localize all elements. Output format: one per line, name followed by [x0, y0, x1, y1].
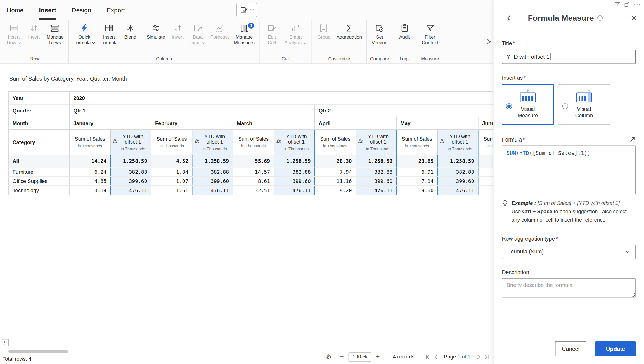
pivot-cell[interactable]: 399.60: [192, 177, 233, 186]
title-input[interactable]: YTD with offset 1: [502, 50, 636, 64]
pivot-cell[interactable]: 476.11: [192, 186, 233, 195]
pivot-cell[interactable]: 1.84: [151, 167, 192, 177]
ribbon-overflow-button[interactable]: [484, 29, 493, 54]
pivot-cell[interactable]: 476.11: [356, 186, 397, 195]
row-aggregation-select[interactable]: Formula (Sum): [502, 245, 636, 259]
pivot-cell[interactable]: 14.57: [233, 167, 274, 177]
filter-context-button[interactable]: FilterContext: [419, 23, 441, 46]
pivot-cell[interactable]: [478, 177, 493, 186]
pivot-cell[interactable]: 1,258.59: [192, 155, 233, 167]
row-label[interactable]: Office Supplies: [9, 177, 70, 186]
zoom-in-button[interactable]: +: [374, 353, 381, 361]
measure-header-selected[interactable]: fxYTD with offset 1in Thousands: [274, 130, 315, 155]
month-value[interactable]: April: [315, 117, 397, 130]
pivot-cell[interactable]: 1,258.59: [110, 155, 151, 167]
row-label[interactable]: Furniture: [9, 167, 70, 177]
pivot-cell[interactable]: 476.11: [110, 186, 151, 195]
expand-formula-icon[interactable]: [629, 137, 636, 143]
cancel-button[interactable]: Cancel: [555, 341, 586, 356]
month-value[interactable]: June: [478, 117, 493, 130]
audit-button[interactable]: Audit: [395, 23, 415, 46]
measure-header-selected[interactable]: fxYTD with offset 1in Thousands: [356, 130, 397, 155]
month-value[interactable]: February: [151, 117, 233, 130]
more-options-icon[interactable]: ⋯: [634, 2, 640, 7]
pivot-cell[interactable]: 55.69: [233, 155, 274, 167]
pivot-cell[interactable]: 3.14: [69, 186, 110, 195]
measure-header-selected[interactable]: fxYTD with offset 1in Thousands: [110, 130, 151, 155]
pivot-cell[interactable]: 382.88: [274, 167, 315, 177]
back-button[interactable]: [505, 14, 513, 22]
pivot-cell[interactable]: 399.60: [437, 177, 478, 186]
measure-header[interactable]: Sum of Salesin Thousands: [69, 130, 110, 155]
pivot-cell[interactable]: 8.61: [233, 177, 274, 186]
pivot-cell[interactable]: 32.51: [233, 186, 274, 195]
pivot-cell[interactable]: 6.24: [69, 167, 110, 177]
pivot-cell[interactable]: 382.88: [356, 167, 397, 177]
pivot-cell[interactable]: 382.88: [110, 167, 151, 177]
pivot-cell[interactable]: [478, 186, 493, 195]
pivot-cell[interactable]: 14.24: [69, 155, 110, 167]
tab-insert[interactable]: Insert: [39, 0, 56, 20]
formula-editor[interactable]: SUM(YTD([Sum of Sales],1)): [502, 146, 636, 194]
next-page-icon[interactable]: [476, 354, 482, 360]
option-visual-column[interactable]: Visual Column: [558, 84, 610, 125]
pivot-cell[interactable]: 1,258.59: [437, 155, 478, 167]
pivot-cell[interactable]: 9.60: [396, 186, 437, 195]
pivot-cell[interactable]: 399.60: [110, 177, 151, 186]
blend-button[interactable]: Blend: [120, 23, 140, 46]
pivot-cell[interactable]: 11.16: [315, 177, 356, 186]
pivot-cell[interactable]: 399.60: [274, 177, 315, 186]
measure-header[interactable]: Sum of Salesin Thousands: [396, 130, 437, 155]
pivot-cell[interactable]: 6.91: [396, 167, 437, 177]
pivot-cell[interactable]: 1,258.59: [274, 155, 315, 167]
month-value[interactable]: March: [233, 117, 315, 130]
month-value[interactable]: May: [396, 117, 478, 130]
previous-page-icon[interactable]: [433, 354, 439, 360]
filter-icon[interactable]: [615, 2, 620, 7]
measure-header-selected[interactable]: fxYTD with offset 1in Thousands: [437, 130, 478, 155]
zoom-out-button[interactable]: −: [338, 353, 345, 361]
simulate-button[interactable]: Simulate: [144, 23, 168, 46]
settings-icon[interactable]: ⚙: [326, 353, 332, 361]
year-value[interactable]: 2020: [69, 92, 493, 104]
tab-home[interactable]: Home: [7, 0, 23, 20]
pivot-cell[interactable]: 476.11: [274, 186, 315, 195]
pivot-cell[interactable]: 382.88: [437, 167, 478, 177]
measure-header[interactable]: Sum of Salesin Thousands: [151, 130, 192, 155]
aggregation-button[interactable]: Aggregation: [334, 23, 364, 46]
first-page-icon[interactable]: [425, 354, 430, 360]
radio-unselected-icon[interactable]: [562, 103, 568, 109]
tab-design[interactable]: Design: [72, 0, 91, 20]
zoom-level[interactable]: 100 %: [348, 352, 371, 362]
pivot-cell[interactable]: 7.14: [396, 177, 437, 186]
pivot-cell[interactable]: 1,258.59: [356, 155, 397, 167]
edit-mode-button[interactable]: [236, 3, 257, 17]
option-visual-measure[interactable]: Visual Measure: [502, 84, 554, 125]
quarter-value[interactable]: Qtr 1: [69, 104, 315, 117]
month-value[interactable]: January: [69, 117, 151, 130]
pivot-cell[interactable]: 4.52: [151, 155, 192, 167]
quick-formula-button[interactable]: QuickFormula: [71, 23, 98, 46]
measure-header[interactable]: Sum of Salesin Thousands: [315, 130, 356, 155]
focus-mode-icon[interactable]: [624, 2, 630, 7]
pivot-cell[interactable]: [478, 155, 493, 167]
info-icon[interactable]: [597, 15, 603, 21]
pivot-cell[interactable]: 382.88: [192, 167, 233, 177]
manage-rows-button[interactable]: ManageRows: [44, 23, 66, 46]
last-page-icon[interactable]: [484, 354, 490, 360]
row-label[interactable]: All: [9, 155, 70, 167]
pivot-cell[interactable]: 23.65: [396, 155, 437, 167]
pivot-cell[interactable]: 476.11: [437, 186, 478, 195]
manage-measures-button[interactable]: 1 ManageMeasures: [231, 23, 257, 46]
measure-header[interactable]: Sum of Salesin Thousands: [478, 130, 493, 155]
pivot-cell[interactable]: 399.60: [356, 177, 397, 186]
update-button[interactable]: Update: [595, 341, 636, 356]
description-input[interactable]: [502, 278, 636, 297]
pivot-cell[interactable]: 28.30: [315, 155, 356, 167]
pivot-cell[interactable]: 1.07: [151, 177, 192, 186]
drag-handle[interactable]: [2, 339, 9, 347]
pivot-cell[interactable]: 4.85: [69, 177, 110, 186]
row-label[interactable]: Technology: [9, 186, 70, 195]
measure-header[interactable]: Sum of Salesin Thousands: [233, 130, 274, 155]
radio-selected-icon[interactable]: [506, 103, 512, 109]
